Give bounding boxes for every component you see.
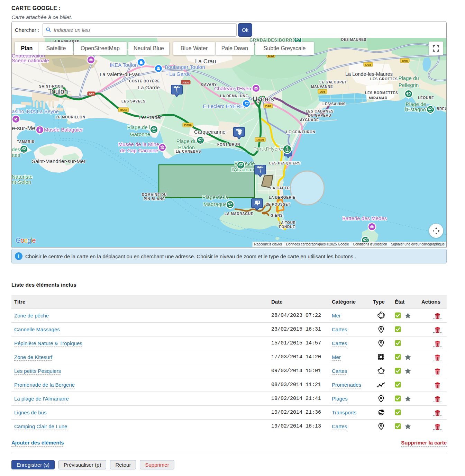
svg-text:Le Pradet: Le Pradet	[139, 114, 162, 120]
svg-text:Château d'Hyères: Château d'Hyères	[214, 86, 256, 91]
svg-text:La Valette-du-Var: La Valette-du-Var	[100, 71, 139, 77]
svg-text:l'Almanarre: l'Almanarre	[231, 167, 257, 172]
svg-text:MAUVANNE: MAUVANNE	[311, 85, 333, 89]
svg-text:D98: D98	[265, 105, 271, 108]
svg-text:Musée de la Mine: Musée de la Mine	[118, 141, 159, 147]
svg-text:FONT BRUN: FONT BRUN	[217, 143, 240, 146]
svg-text:LES SAVELS: LES SAVELS	[121, 99, 146, 103]
svg-text:La Londe-les-Maures: La Londe-les-Maures	[345, 71, 393, 77]
svg-text:BRÉGA: BRÉGA	[437, 107, 446, 111]
svg-text:nt-Selon: nt-Selon	[12, 179, 31, 185]
svg-text:LES BORMETTES: LES BORMETTES	[365, 91, 398, 95]
svg-text:LES PESQUIERS: LES PESQUIERS	[269, 161, 301, 165]
svg-text:Pradon: Pradon	[178, 144, 195, 150]
svg-text:LA TOUR: LA TOUR	[279, 221, 296, 225]
svg-text:Garonne: Garonne	[130, 131, 150, 137]
svg-text:des: des	[12, 146, 20, 152]
svg-text:D559: D559	[184, 124, 192, 127]
svg-text:LA MADRAGUE: LA MADRAGUE	[225, 212, 253, 216]
svg-text:asino JOA La Seyne: asino JOA La Seyne	[12, 108, 59, 114]
svg-text:DOMAINE DU: DOMAINE DU	[142, 193, 167, 197]
svg-text:LE GALOUPET: LE GALOUPET	[319, 80, 347, 84]
svg-text:La Garde: La Garde	[138, 84, 160, 90]
svg-text:A570: A570	[182, 81, 189, 84]
svg-text:de Cap Garonne: de Cap Garonne	[120, 147, 158, 153]
svg-text:ttes: ttes	[12, 152, 20, 158]
svg-text:GIENS: GIENS	[271, 214, 283, 217]
svg-text:MIRAMAR: MIRAMAR	[369, 96, 388, 100]
svg-text:- La Garde: - La Garde	[166, 71, 191, 77]
svg-text:LES SALINS: LES SALINS	[322, 102, 346, 106]
svg-text:LA BERGERIE: LA BERGERIE	[269, 196, 295, 199]
svg-text:DU GAPEAU: DU GAPEAU	[308, 114, 331, 117]
svg-text:LA DEMI-LUNE: LA DEMI-LUNE	[220, 94, 248, 98]
svg-text:Saint-Mandrier-sur-Mer: Saint-Mandrier-sur-Mer	[32, 158, 85, 164]
svg-text:Boulanger Toulon: Boulanger Toulon	[165, 64, 205, 70]
svg-text:LE POUSSET: LE POUSSET	[266, 203, 290, 206]
svg-text:D98: D98	[320, 90, 326, 93]
svg-text:LES CABANES: LES CABANES	[306, 109, 334, 113]
svg-text:AYGUADE: AYGUADE	[300, 118, 319, 122]
svg-text:Plage du: Plage du	[176, 138, 197, 144]
svg-text:Pellegrin: Pellegrin	[399, 82, 419, 88]
svg-text:Scène nationale: Scène nationale	[12, 57, 49, 63]
svg-text:D98: D98	[402, 59, 408, 63]
svg-text:TAMARIS: TAMARIS	[17, 140, 34, 144]
svg-text:E.Leclerc HYERES: E.Leclerc HYERES	[203, 103, 247, 109]
svg-text:Plage du: Plage du	[398, 75, 419, 81]
svg-text:Madrague: Madrague	[203, 201, 227, 207]
svg-text:LE MOURILLON: LE MOURILLON	[56, 115, 85, 119]
svg-text:D98: D98	[365, 63, 371, 66]
svg-text:Carqueiranne: Carqueiranne	[194, 129, 226, 135]
svg-text:Musée Balaguier: Musée Balaguier	[44, 127, 83, 133]
svg-text:Plage de la: Plage de la	[127, 124, 153, 130]
svg-text:l'Estagnol: l'Estagnol	[405, 106, 427, 112]
svg-text:LA CAPTE: LA CAPTE	[270, 186, 290, 190]
svg-text:FONDUE: FONDUE	[279, 225, 295, 229]
svg-text:Toulon: Toulon	[48, 88, 68, 95]
svg-text:DES MAURES: DES MAURES	[341, 38, 366, 42]
svg-text:Port d'Hyères: Port d'Hyères	[253, 146, 284, 152]
svg-text:D559: D559	[256, 138, 264, 142]
svg-text:LÉOUBE: LÉOUBE	[418, 96, 434, 100]
svg-text:LES GROTTES: LES GROTTES	[370, 77, 398, 81]
svg-text:A57: A57	[89, 92, 94, 96]
svg-text:e-sur-Mer: e-sur-Mer	[12, 125, 37, 132]
svg-text:Batterie des Mèdes: Batterie des Mèdes	[342, 215, 387, 221]
svg-text:Plage de la: Plage de la	[202, 194, 228, 200]
svg-text:D559: D559	[120, 108, 127, 112]
svg-text:IKEA Toulon: IKEA Toulon	[110, 62, 138, 68]
svg-text:Hyères: Hyères	[253, 95, 274, 103]
svg-text:LE CEINTURON: LE CEINTURON	[286, 130, 316, 134]
svg-text:PIN BLANC: PIN BLANC	[144, 197, 165, 201]
svg-text:COSTE BOYÈRE: COSTE BOYÈRE	[129, 79, 160, 83]
